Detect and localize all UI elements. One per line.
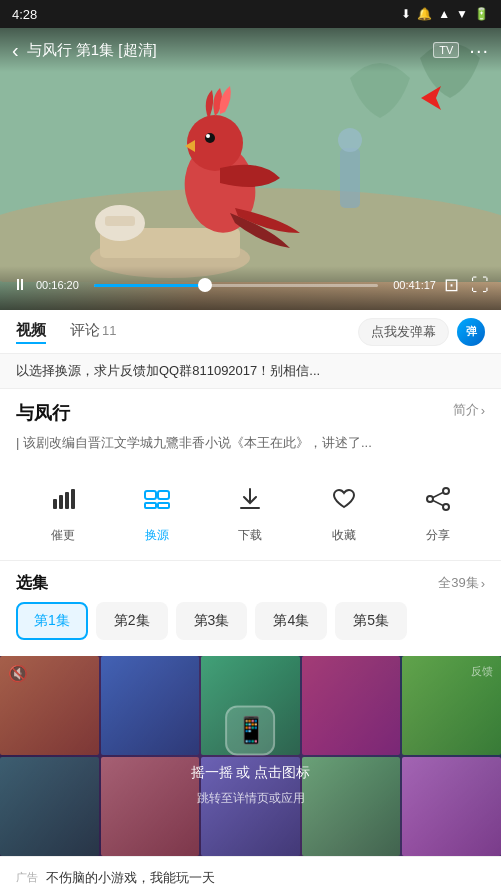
collect-label: 收藏: [332, 527, 356, 544]
episode-list: 第1集 第2集 第3集 第4集 第5集: [0, 602, 501, 656]
status-time: 4:28: [12, 7, 37, 22]
video-back-button[interactable]: ‹: [12, 39, 19, 62]
tab-video[interactable]: 视频: [16, 321, 46, 342]
download-label: 下载: [238, 527, 262, 544]
urge-label: 催更: [51, 527, 75, 544]
episode-all-button[interactable]: 全39集 ›: [438, 574, 485, 592]
svg-rect-5: [105, 216, 135, 226]
ad-phone-icon: 📱: [226, 705, 276, 755]
video-top-bar: ‹ 与风行 第1集 [超清] TV ···: [0, 28, 501, 72]
fullscreen-button[interactable]: ⛶: [471, 275, 489, 296]
progress-track[interactable]: [94, 284, 378, 287]
svg-point-10: [206, 134, 210, 138]
svg-point-22: [443, 488, 449, 494]
urge-icon: [41, 477, 85, 521]
svg-rect-19: [145, 503, 156, 508]
arrow-indicator: [411, 78, 451, 122]
download-icon: [228, 477, 272, 521]
show-info: 与凤行 简介 ›: [0, 389, 501, 433]
tabs-bar: 视频 评论11 点我发弹幕 弹: [0, 310, 501, 354]
action-buttons: 催更 换源 下载 收藏: [0, 465, 501, 561]
battery-icon: 🔋: [474, 7, 489, 21]
tab-comments[interactable]: 评论11: [70, 321, 116, 342]
episode-chip-1[interactable]: 第1集: [16, 602, 88, 640]
svg-rect-15: [65, 492, 69, 509]
video-player[interactable]: ‹ 与风行 第1集 [超清] TV ··· ⏸ 00:16:20 00:41:1…: [0, 28, 501, 310]
show-description: | 该剧改编自晋江文学城九鷺非香小说《本王在此》，讲述了...: [0, 433, 501, 465]
show-title: 与凤行: [16, 401, 70, 425]
episode-section-title: 选集: [16, 573, 48, 594]
svg-rect-17: [145, 491, 156, 499]
more-options-button[interactable]: ···: [469, 39, 489, 62]
wifi-icon: ▼: [456, 7, 468, 21]
download-icon: ⬇: [401, 7, 411, 21]
comment-count: 11: [102, 323, 116, 338]
episode-section: 选集 全39集 ›: [0, 561, 501, 602]
svg-point-12: [338, 128, 362, 152]
svg-rect-18: [158, 491, 169, 499]
danmu-label-button[interactable]: 点我发弹幕: [358, 318, 449, 346]
share-button[interactable]: 分享: [416, 477, 460, 544]
svg-point-7: [187, 115, 243, 171]
scroll-notice: 以选择换源，求片反馈加QQ群811092017！别相信...: [0, 354, 501, 389]
urge-button[interactable]: 催更: [41, 477, 85, 544]
svg-rect-16: [71, 489, 75, 509]
ad-mute-button[interactable]: 🔇: [8, 664, 28, 683]
current-time: 00:16:20: [36, 279, 86, 291]
video-controls: ⏸ 00:16:20 00:41:17 ⊡ ⛶: [0, 266, 501, 310]
collect-button[interactable]: 收藏: [322, 477, 366, 544]
total-time: 00:41:17: [386, 279, 436, 291]
svg-point-23: [443, 504, 449, 510]
download-button[interactable]: 下载: [228, 477, 272, 544]
pause-button[interactable]: ⏸: [12, 276, 28, 294]
video-title: 与风行 第1集 [超清]: [27, 41, 434, 60]
heart-icon: [322, 477, 366, 521]
chevron-right-icon: ›: [481, 403, 485, 418]
intro-link[interactable]: 简介 ›: [453, 401, 485, 419]
ad-shake-text: 摇一摇 或 点击图标: [191, 763, 311, 781]
source-icon: [135, 477, 179, 521]
pip-button[interactable]: ⊡: [444, 274, 459, 296]
progress-thumb: [198, 278, 212, 292]
chevron-right-icon: ›: [481, 576, 485, 591]
ad-banner-label: 广告: [16, 870, 38, 885]
ad-banner[interactable]: 广告 不伤脑的小游戏，我能玩一天: [0, 856, 501, 893]
share-icon: [416, 477, 460, 521]
episode-chip-4[interactable]: 第4集: [255, 602, 327, 640]
ad-jump-text: 跳转至详情页或应用: [197, 789, 305, 806]
episode-chip-2[interactable]: 第2集: [96, 602, 168, 640]
ad-banner-text: 不伤脑的小游戏，我能玩一天: [46, 869, 485, 887]
svg-point-9: [205, 133, 215, 143]
ad-center-icon[interactable]: 📱 摇一摇 或 点击图标 跳转至详情页或应用: [191, 705, 311, 806]
tv-badge[interactable]: TV: [433, 42, 459, 58]
svg-rect-21: [240, 507, 260, 509]
ad-feedback-button[interactable]: 反馈: [471, 664, 493, 679]
status-bar: 4:28 ⬇ 🔔 ▲ ▼ 🔋: [0, 0, 501, 28]
danmu-controls: 点我发弹幕 弹: [358, 318, 485, 346]
notification-icon: 🔔: [417, 7, 432, 21]
svg-point-24: [427, 496, 433, 502]
svg-rect-11: [340, 148, 360, 208]
share-label: 分享: [426, 527, 450, 544]
source-button[interactable]: 换源: [135, 477, 179, 544]
source-label: 换源: [145, 527, 169, 544]
episode-chip-5[interactable]: 第5集: [335, 602, 407, 640]
signal-icon: ▲: [438, 7, 450, 21]
svg-rect-14: [59, 495, 63, 509]
svg-rect-13: [53, 499, 57, 509]
progress-fill: [94, 284, 205, 287]
danmu-icon-button[interactable]: 弹: [457, 318, 485, 346]
ad-overlay[interactable]: 🔇 反馈 📱 摇一摇 或 点击图标 跳转至详情页或应用: [0, 656, 501, 856]
svg-rect-20: [158, 503, 169, 508]
episode-chip-3[interactable]: 第3集: [176, 602, 248, 640]
